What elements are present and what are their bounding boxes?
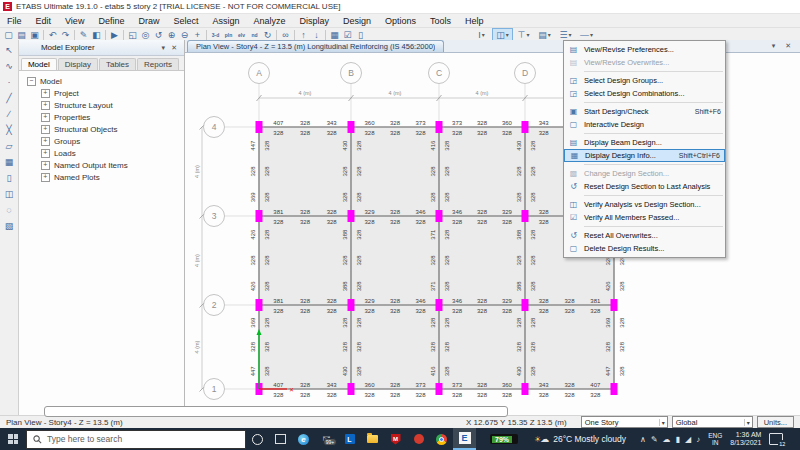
- column-marker[interactable]: [522, 383, 529, 395]
- column-marker[interactable]: [436, 121, 443, 133]
- menu-item-view-revise-preferences[interactable]: ▤View/Revise Preferences...: [564, 43, 725, 56]
- draw-wall-icon[interactable]: ▯: [2, 171, 16, 184]
- expand-icon[interactable]: +: [41, 125, 50, 134]
- menu-draw[interactable]: Draw: [131, 16, 166, 26]
- reference-frame-select[interactable]: Global ▾: [672, 416, 753, 428]
- column-marker[interactable]: [436, 299, 443, 311]
- column-marker[interactable]: [256, 299, 263, 311]
- draw-link-icon[interactable]: ◌: [2, 203, 16, 216]
- pen-icon[interactable]: ✎: [651, 435, 658, 444]
- linkedin-icon[interactable]: L: [338, 428, 361, 450]
- menu-item-display-design-info[interactable]: ▦Display Design Info...Shift+Ctrl+F6: [564, 149, 725, 162]
- column-marker[interactable]: [348, 121, 355, 133]
- onedrive-icon[interactable]: ☁: [663, 435, 671, 444]
- etabs-taskbar-icon[interactable]: E: [453, 428, 476, 450]
- expand-icon[interactable]: +: [41, 113, 50, 122]
- menu-select[interactable]: Select: [166, 16, 205, 26]
- column-marker[interactable]: [436, 383, 443, 395]
- expand-icon[interactable]: +: [41, 89, 50, 98]
- task-view-icon[interactable]: [269, 428, 292, 450]
- panel-close-icon[interactable]: ✕: [168, 44, 180, 52]
- clock[interactable]: 1:36 AM 8/13/2021: [730, 431, 761, 447]
- menu-tools[interactable]: Tools: [423, 16, 458, 26]
- menu-item-select-design-combinations[interactable]: ◲Select Design Combinations...: [564, 87, 725, 100]
- chrome-icon[interactable]: [430, 428, 453, 450]
- menu-file[interactable]: File: [0, 16, 29, 26]
- edge-icon[interactable]: e: [292, 428, 315, 450]
- column-marker[interactable]: [348, 299, 355, 311]
- view-tab-buttons[interactable]: ▾ ✕: [772, 42, 800, 50]
- tree-item-loads[interactable]: +Loads: [27, 147, 184, 159]
- tree-item-named-output-items[interactable]: +Named Output Items: [27, 159, 184, 171]
- units-button[interactable]: Units...: [757, 416, 794, 428]
- draw-frame-icon[interactable]: ╱: [2, 91, 16, 104]
- menu-edit[interactable]: Edit: [29, 16, 59, 26]
- column-marker[interactable]: [256, 210, 263, 222]
- menu-item-select-design-groups[interactable]: ◲Select Design Groups...: [564, 74, 725, 87]
- expand-icon[interactable]: +: [41, 149, 50, 158]
- column-marker[interactable]: [611, 299, 618, 311]
- tree-item-groups[interactable]: +Groups: [27, 135, 184, 147]
- expand-icon[interactable]: +: [41, 101, 50, 110]
- notification-center-icon[interactable]: 12: [769, 433, 783, 445]
- quick-draw-frame-icon[interactable]: ∕: [2, 107, 16, 120]
- quick-draw-wall-icon[interactable]: ◫: [2, 187, 16, 200]
- column-marker[interactable]: [522, 210, 529, 222]
- taskbar-search-input[interactable]: Type here to search: [26, 430, 246, 449]
- menu-analyze[interactable]: Analyze: [246, 16, 292, 26]
- column-marker[interactable]: [256, 121, 263, 133]
- select-pointer-icon[interactable]: ↖: [2, 43, 16, 56]
- menu-assign[interactable]: Assign: [205, 16, 246, 26]
- tree-item-structural-objects[interactable]: +Structural Objects: [27, 123, 184, 135]
- tree-item-model[interactable]: −Model: [27, 75, 184, 87]
- expand-icon[interactable]: +: [41, 173, 50, 182]
- menu-item-display-beam-design[interactable]: ▤Display Beam Design...: [564, 136, 725, 149]
- column-marker[interactable]: [436, 210, 443, 222]
- tab-reports[interactable]: Reports: [137, 58, 179, 70]
- menu-item-verify-analysis-vs-design-section[interactable]: ◫Verify Analysis vs Design Section...: [564, 198, 725, 211]
- expand-icon[interactable]: +: [41, 137, 50, 146]
- expand-icon[interactable]: +: [41, 161, 50, 170]
- mail-icon[interactable]: ✉99+: [315, 428, 338, 450]
- column-marker[interactable]: [522, 299, 529, 311]
- file-explorer-icon[interactable]: [361, 428, 384, 450]
- panel-menu-icon[interactable]: ▾: [159, 44, 169, 52]
- menu-item-reset-design-section-to-last-analysis[interactable]: ↺Reset Design Section to Last Analysis: [564, 180, 725, 193]
- draw-joint-icon[interactable]: ·: [2, 75, 16, 88]
- quick-draw-floor-icon[interactable]: ▦: [2, 155, 16, 168]
- menu-item-delete-design-results[interactable]: ▢Delete Design Results...: [564, 242, 725, 255]
- menu-help[interactable]: Help: [458, 16, 491, 26]
- column-marker[interactable]: [522, 121, 529, 133]
- reshape-tool-icon[interactable]: ∿: [2, 59, 16, 72]
- menu-options[interactable]: Options: [378, 16, 423, 26]
- tab-display[interactable]: Display: [58, 58, 98, 70]
- menu-item-start-design-check[interactable]: ▣Start Design/CheckShift+F6: [564, 105, 725, 118]
- tree-item-properties[interactable]: +Properties: [27, 111, 184, 123]
- menu-item-interactive-design[interactable]: ▢Interactive Design: [564, 118, 725, 131]
- column-marker[interactable]: [348, 383, 355, 395]
- menu-view[interactable]: View: [58, 16, 91, 26]
- story-mode-select[interactable]: One Story ▾: [581, 416, 668, 428]
- start-button[interactable]: [0, 428, 26, 450]
- weather-widget[interactable]: ☀☁ 26°C Mostly cloudy: [534, 434, 626, 444]
- collapse-icon[interactable]: −: [27, 77, 36, 86]
- select-area-icon[interactable]: ▧: [2, 219, 16, 232]
- quick-draw-braces-icon[interactable]: ╳: [2, 123, 16, 136]
- battery-widget[interactable]: 79%: [490, 434, 518, 444]
- menu-define[interactable]: Define: [91, 16, 131, 26]
- cortana-icon[interactable]: [246, 428, 269, 450]
- tree-item-structure-layout[interactable]: +Structure Layout: [27, 99, 184, 111]
- webadvisor-icon[interactable]: [407, 428, 430, 450]
- mcafee-icon[interactable]: M: [384, 428, 407, 450]
- menu-item-verify-all-members-passed[interactable]: ☑Verify All Members Passed...: [564, 211, 725, 224]
- tab-tables[interactable]: Tables: [99, 58, 136, 70]
- tray-expand-icon[interactable]: ∧: [640, 435, 646, 444]
- language-indicator[interactable]: ENG IN: [708, 432, 722, 446]
- tree-item-project[interactable]: +Project: [27, 87, 184, 99]
- tree-item-named-plots[interactable]: +Named Plots: [27, 171, 184, 183]
- column-marker[interactable]: [348, 210, 355, 222]
- view-tab[interactable]: Plan View - Story4 - Z = 13.5 (m) Longit…: [187, 40, 444, 52]
- battery-icon[interactable]: ▮: [676, 435, 680, 444]
- tab-model[interactable]: Model: [21, 58, 57, 70]
- draw-floor-icon[interactable]: ▱: [2, 139, 16, 152]
